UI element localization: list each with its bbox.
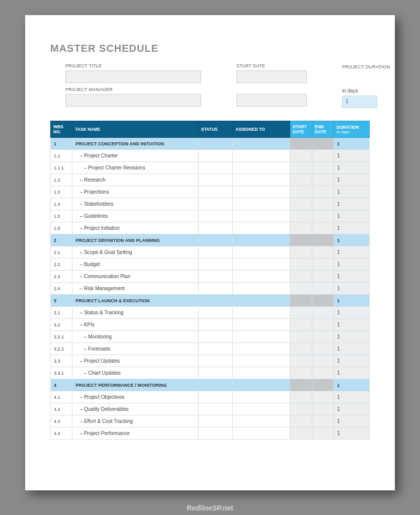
status-cell[interactable] bbox=[198, 246, 232, 259]
assigned-cell[interactable] bbox=[233, 379, 290, 391]
secondary-date-field[interactable] bbox=[236, 94, 307, 107]
assigned-cell[interactable] bbox=[233, 198, 290, 210]
assigned-cell[interactable] bbox=[233, 427, 290, 440]
end-date-cell[interactable] bbox=[312, 283, 334, 295]
end-date-cell[interactable] bbox=[312, 150, 334, 162]
assigned-cell[interactable] bbox=[233, 367, 290, 379]
status-cell[interactable] bbox=[198, 391, 232, 403]
assigned-cell[interactable] bbox=[233, 391, 290, 403]
start-date-cell[interactable] bbox=[290, 427, 312, 440]
end-date-cell[interactable] bbox=[312, 222, 334, 234]
status-cell[interactable] bbox=[198, 138, 232, 150]
end-date-cell[interactable] bbox=[312, 162, 334, 174]
status-cell[interactable] bbox=[198, 379, 232, 391]
end-date-cell[interactable] bbox=[312, 367, 334, 379]
start-date-cell[interactable] bbox=[290, 234, 312, 246]
assigned-cell[interactable] bbox=[233, 174, 290, 186]
status-cell[interactable] bbox=[198, 174, 232, 186]
start-date-cell[interactable] bbox=[290, 295, 312, 307]
end-date-cell[interactable] bbox=[312, 198, 334, 210]
end-date-cell[interactable] bbox=[312, 355, 334, 367]
start-date-cell[interactable] bbox=[290, 222, 312, 234]
end-date-cell[interactable] bbox=[312, 415, 334, 427]
project-manager-field[interactable] bbox=[65, 94, 201, 107]
end-date-cell[interactable] bbox=[312, 403, 334, 415]
start-date-cell[interactable] bbox=[290, 259, 312, 271]
end-date-cell[interactable] bbox=[312, 427, 334, 440]
status-cell[interactable] bbox=[198, 162, 232, 174]
start-date-cell[interactable] bbox=[290, 138, 312, 150]
start-date-cell[interactable] bbox=[290, 198, 312, 210]
status-cell[interactable] bbox=[198, 319, 232, 331]
end-date-cell[interactable] bbox=[312, 210, 334, 222]
start-date-cell[interactable] bbox=[290, 379, 312, 391]
end-date-cell[interactable] bbox=[312, 295, 334, 307]
start-date-cell[interactable] bbox=[290, 271, 312, 283]
assigned-cell[interactable] bbox=[233, 246, 290, 259]
status-cell[interactable] bbox=[198, 186, 232, 198]
start-date-cell[interactable] bbox=[290, 415, 312, 427]
end-date-cell[interactable] bbox=[312, 319, 334, 331]
project-title-field[interactable] bbox=[65, 70, 201, 83]
assigned-cell[interactable] bbox=[233, 234, 290, 246]
start-date-cell[interactable] bbox=[290, 391, 312, 403]
start-date-cell[interactable] bbox=[290, 367, 312, 379]
end-date-cell[interactable] bbox=[312, 174, 334, 186]
start-date-cell[interactable] bbox=[290, 319, 312, 331]
assigned-cell[interactable] bbox=[233, 415, 290, 427]
status-cell[interactable] bbox=[198, 222, 232, 234]
assigned-cell[interactable] bbox=[233, 162, 290, 174]
end-date-cell[interactable] bbox=[312, 186, 334, 198]
status-cell[interactable] bbox=[198, 415, 232, 427]
status-cell[interactable] bbox=[198, 271, 232, 283]
status-cell[interactable] bbox=[198, 355, 232, 367]
assigned-cell[interactable] bbox=[233, 259, 290, 271]
status-cell[interactable] bbox=[198, 343, 232, 355]
end-date-cell[interactable] bbox=[312, 246, 334, 259]
end-date-cell[interactable] bbox=[312, 138, 334, 150]
start-date-cell[interactable] bbox=[290, 283, 312, 295]
assigned-cell[interactable] bbox=[233, 403, 290, 415]
end-date-cell[interactable] bbox=[312, 271, 334, 283]
status-cell[interactable] bbox=[198, 403, 232, 415]
start-date-cell[interactable] bbox=[290, 174, 312, 186]
status-cell[interactable] bbox=[198, 331, 232, 343]
assigned-cell[interactable] bbox=[233, 210, 290, 222]
assigned-cell[interactable] bbox=[233, 138, 290, 150]
start-date-field[interactable] bbox=[236, 70, 307, 83]
start-date-cell[interactable] bbox=[290, 210, 312, 222]
status-cell[interactable] bbox=[198, 427, 232, 440]
status-cell[interactable] bbox=[198, 367, 232, 379]
start-date-cell[interactable] bbox=[290, 162, 312, 174]
status-cell[interactable] bbox=[198, 283, 232, 295]
end-date-cell[interactable] bbox=[312, 307, 334, 319]
start-date-cell[interactable] bbox=[290, 403, 312, 415]
assigned-cell[interactable] bbox=[233, 307, 290, 319]
assigned-cell[interactable] bbox=[233, 150, 290, 162]
assigned-cell[interactable] bbox=[233, 355, 290, 367]
end-date-cell[interactable] bbox=[312, 391, 334, 403]
start-date-cell[interactable] bbox=[290, 343, 312, 355]
end-date-cell[interactable] bbox=[312, 343, 334, 355]
assigned-cell[interactable] bbox=[233, 319, 290, 331]
assigned-cell[interactable] bbox=[233, 283, 290, 295]
start-date-cell[interactable] bbox=[290, 246, 312, 259]
status-cell[interactable] bbox=[198, 198, 232, 210]
assigned-cell[interactable] bbox=[233, 343, 290, 355]
status-cell[interactable] bbox=[198, 210, 232, 222]
assigned-cell[interactable] bbox=[233, 186, 290, 198]
start-date-cell[interactable] bbox=[290, 355, 312, 367]
status-cell[interactable] bbox=[198, 307, 232, 319]
assigned-cell[interactable] bbox=[233, 222, 290, 234]
status-cell[interactable] bbox=[198, 150, 232, 162]
start-date-cell[interactable] bbox=[290, 150, 312, 162]
status-cell[interactable] bbox=[198, 259, 232, 271]
end-date-cell[interactable] bbox=[312, 379, 334, 391]
assigned-cell[interactable] bbox=[233, 295, 290, 307]
end-date-cell[interactable] bbox=[312, 234, 334, 246]
status-cell[interactable] bbox=[198, 234, 232, 246]
start-date-cell[interactable] bbox=[290, 307, 312, 319]
end-date-cell[interactable] bbox=[312, 259, 334, 271]
start-date-cell[interactable] bbox=[290, 186, 312, 198]
status-cell[interactable] bbox=[198, 295, 232, 307]
